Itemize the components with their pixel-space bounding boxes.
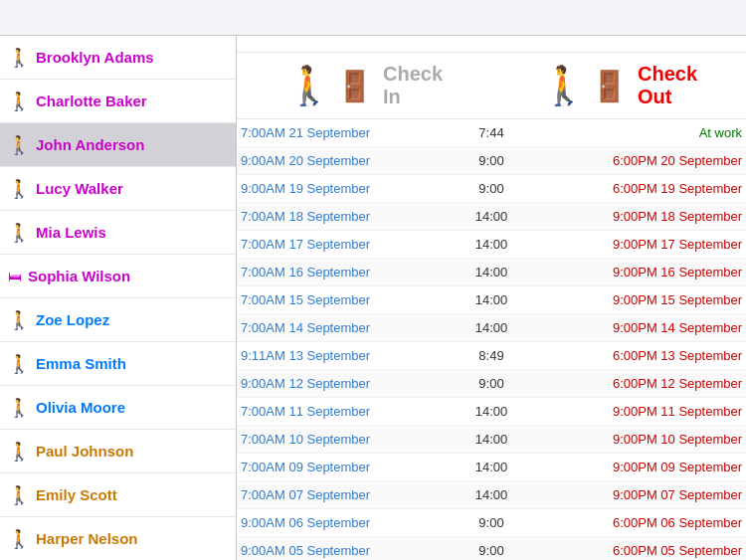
worker-name: John Anderson: [36, 136, 144, 153]
walk-icon: 🚶: [8, 441, 30, 463]
walk-icon: 🚶: [8, 353, 30, 375]
sidebar-item[interactable]: 🚶Charlotte Baker: [0, 80, 236, 123]
checkin-cell: 7:00AM 11 September: [241, 404, 454, 419]
checkin-cell: 9:00AM 12 September: [241, 376, 454, 391]
checkin-cell: 7:00AM 16 September: [241, 265, 454, 280]
checkout-cell: 9:00PM 15 September: [529, 292, 742, 307]
checkout-cell: 6:00PM 12 September: [529, 376, 742, 391]
table-row: 7:00AM 07 September 14:00 9:00PM 07 Sept…: [237, 481, 746, 509]
checkout-cell: 6:00PM 13 September: [529, 348, 742, 363]
checkin-cell: 7:00AM 14 September: [241, 320, 454, 335]
check-in-label: CheckIn: [383, 63, 443, 108]
checkout-cell: 9:00PM 11 September: [529, 404, 742, 419]
door-out-icon: 🚪: [591, 69, 628, 103]
hours-cell: 14:00: [454, 432, 528, 447]
worker-name: Olivia Moore: [36, 399, 125, 416]
worker-name: Lucy Walker: [36, 180, 123, 197]
door-in-icon: 🚪: [336, 69, 373, 103]
checkin-cell: 7:00AM 17 September: [241, 237, 454, 252]
walk-icon: 🚶: [8, 309, 30, 331]
checkin-cell: 9:00AM 19 September: [241, 181, 454, 196]
checkin-cell: 7:00AM 15 September: [241, 292, 454, 307]
content-header: [237, 36, 746, 53]
checkin-cell: 9:00AM 20 September: [241, 153, 454, 168]
content-panel: 🚶 🚪 CheckIn 🚶 🚪 CheckOut 7:00AM 21 Septe…: [237, 36, 746, 560]
hours-cell: 9:00: [454, 181, 528, 196]
sidebar-item[interactable]: 🚶Emily Scott: [0, 473, 236, 517]
sidebar-item[interactable]: 🛏Sophia Wilson: [0, 255, 236, 298]
hours-cell: 9:00: [454, 153, 528, 168]
checkout-cell: 9:00PM 16 September: [529, 265, 742, 280]
table-row: 7:00AM 16 September 14:00 9:00PM 16 Sept…: [237, 259, 746, 286]
checkout-cell: 6:00PM 05 September: [529, 543, 742, 558]
walk-icon: 🚶: [8, 134, 30, 156]
sidebar-item[interactable]: 🚶Zoe Lopez: [0, 298, 236, 342]
table-row: 9:00AM 05 September 9:00 6:00PM 05 Septe…: [237, 537, 746, 560]
hours-cell: 14:00: [454, 404, 528, 419]
worker-name: Zoe Lopez: [36, 311, 109, 328]
checkout-cell: 9:00PM 17 September: [529, 237, 742, 252]
hours-cell: 14:00: [454, 487, 528, 502]
walk-in-icon: 🚶: [285, 64, 332, 107]
hours-cell: 14:00: [454, 320, 528, 335]
hours-cell: 7:44: [454, 125, 528, 140]
walk-icon: 🚶: [8, 484, 30, 506]
main-layout: 🚶Brooklyn Adams🚶Charlotte Baker🚶John And…: [0, 36, 746, 560]
workers-sidebar: 🚶Brooklyn Adams🚶Charlotte Baker🚶John And…: [0, 36, 237, 560]
checkout-cell: 6:00PM 20 September: [529, 153, 742, 168]
checkin-cell: 9:11AM 13 September: [241, 348, 454, 363]
header: [0, 0, 746, 36]
table-row: 9:00AM 06 September 9:00 6:00PM 06 Septe…: [237, 509, 746, 537]
checkin-cell: 7:00AM 18 September: [241, 209, 454, 224]
walk-icon: 🚶: [8, 47, 30, 69]
sidebar-item[interactable]: 🚶Mia Lewis: [0, 211, 236, 255]
table-row: 7:00AM 10 September 14:00 9:00PM 10 Sept…: [237, 426, 746, 454]
worker-name: Emily Scott: [36, 486, 117, 503]
checkout-cell: 9:00PM 07 September: [529, 487, 742, 502]
checkin-cell: 7:00AM 10 September: [241, 432, 454, 447]
worker-name: Mia Lewis: [36, 224, 106, 241]
sidebar-item[interactable]: 🚶Olivia Moore: [0, 386, 236, 430]
checkin-cell: 9:00AM 05 September: [241, 543, 454, 558]
hours-cell: 14:00: [454, 237, 528, 252]
worker-name: Emma Smith: [36, 355, 126, 372]
table-row: 7:00AM 18 September 14:00 9:00PM 18 Sept…: [237, 203, 746, 231]
attendance-table: 7:00AM 21 September 7:44 At work 9:00AM …: [237, 119, 746, 560]
checkout-cell: 9:00PM 18 September: [529, 209, 742, 224]
sidebar-item[interactable]: 🚶Brooklyn Adams: [0, 36, 236, 80]
table-row: 7:00AM 11 September 14:00 9:00PM 11 Sept…: [237, 398, 746, 426]
checkout-cell: 9:00PM 09 September: [529, 460, 742, 474]
hours-cell: 9:00: [454, 543, 528, 558]
check-in-area[interactable]: 🚶 🚪 CheckIn: [237, 63, 491, 108]
table-row: 7:00AM 09 September 14:00 9:00PM 09 Sept…: [237, 454, 746, 481]
table-row: 7:00AM 17 September 14:00 9:00PM 17 Sept…: [237, 231, 746, 259]
checkin-cell: 7:00AM 07 September: [241, 487, 454, 502]
checkout-cell: 6:00PM 19 September: [529, 181, 742, 196]
checkout-cell: 9:00PM 10 September: [529, 432, 742, 447]
walk-icon: 🚶: [8, 397, 30, 419]
check-out-label: CheckOut: [638, 63, 697, 108]
sidebar-item[interactable]: 🚶Lucy Walker: [0, 167, 236, 211]
table-row: 7:00AM 15 September 14:00 9:00PM 15 Sept…: [237, 286, 746, 314]
hours-cell: 14:00: [454, 292, 528, 307]
sleep-icon: 🛏: [8, 269, 22, 284]
sidebar-item[interactable]: 🚶Harper Nelson: [0, 517, 236, 560]
sidebar-item[interactable]: 🚶John Anderson: [0, 123, 236, 167]
check-in-out-row: 🚶 🚪 CheckIn 🚶 🚪 CheckOut: [237, 53, 746, 119]
check-out-area[interactable]: 🚶 🚪 CheckOut: [491, 63, 746, 108]
walk-icon: 🚶: [8, 91, 30, 112]
sidebar-item[interactable]: 🚶Emma Smith: [0, 342, 236, 386]
hours-cell: 14:00: [454, 209, 528, 224]
checkout-cell: 6:00PM 06 September: [529, 515, 742, 530]
hours-cell: 9:00: [454, 515, 528, 530]
worker-name: Brooklyn Adams: [36, 49, 154, 66]
table-row: 9:00AM 20 September 9:00 6:00PM 20 Septe…: [237, 147, 746, 175]
hours-cell: 9:00: [454, 376, 528, 391]
walk-icon: 🚶: [8, 222, 30, 244]
walk-icon: 🚶: [8, 178, 30, 200]
walk-icon: 🚶: [8, 528, 30, 550]
sidebar-item[interactable]: 🚶Paul Johnson: [0, 430, 236, 473]
worker-name: Charlotte Baker: [36, 93, 147, 109]
table-row: 7:00AM 14 September 14:00 9:00PM 14 Sept…: [237, 314, 746, 342]
table-row: 9:11AM 13 September 8:49 6:00PM 13 Septe…: [237, 342, 746, 370]
